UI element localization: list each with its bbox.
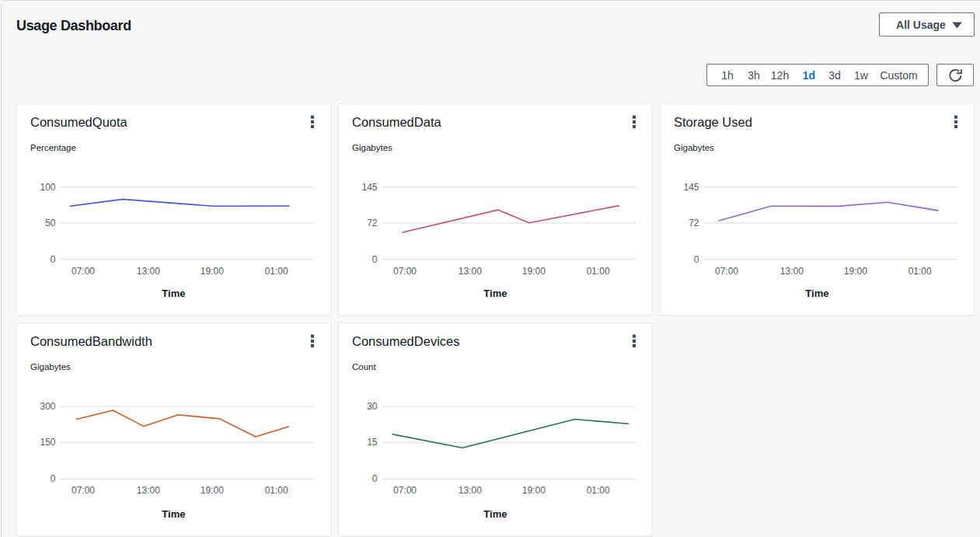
svg-text:13:00: 13:00 xyxy=(780,266,804,277)
svg-text:19:00: 19:00 xyxy=(201,485,224,496)
svg-text:Count: Count xyxy=(352,362,376,371)
svg-text:13:00: 13:00 xyxy=(459,266,482,277)
svg-text:0: 0 xyxy=(372,473,378,484)
svg-text:ConsumedQuota: ConsumedQuota xyxy=(30,115,128,129)
svg-text:ConsumedBandwidth: ConsumedBandwidth xyxy=(30,334,152,348)
svg-text:30: 30 xyxy=(367,401,378,412)
svg-text:07:00: 07:00 xyxy=(393,485,417,496)
svg-text:300: 300 xyxy=(40,401,55,412)
svg-text:Percentage: Percentage xyxy=(30,143,76,152)
svg-text:01:00: 01:00 xyxy=(587,266,610,277)
svg-text:Time: Time xyxy=(805,288,828,299)
svg-text:ConsumedData: ConsumedData xyxy=(352,115,441,129)
svg-text:19:00: 19:00 xyxy=(201,266,224,277)
svg-text:100: 100 xyxy=(40,182,55,193)
svg-text:07:00: 07:00 xyxy=(715,266,738,277)
svg-text:07:00: 07:00 xyxy=(71,266,95,277)
svg-text:13:00: 13:00 xyxy=(137,266,160,277)
svg-text:01:00: 01:00 xyxy=(587,485,610,496)
svg-text:0: 0 xyxy=(694,254,699,265)
svg-text:19:00: 19:00 xyxy=(844,266,867,277)
svg-text:72: 72 xyxy=(689,218,699,228)
svg-text:Time: Time xyxy=(162,288,185,299)
svg-text:145: 145 xyxy=(683,182,699,193)
svg-text:Gigabytes: Gigabytes xyxy=(352,143,392,152)
svg-text:Time: Time xyxy=(162,508,185,520)
svg-text:19:00: 19:00 xyxy=(522,485,546,496)
svg-text:01:00: 01:00 xyxy=(265,266,288,277)
svg-text:ConsumedDevices: ConsumedDevices xyxy=(352,334,459,348)
svg-text:01:00: 01:00 xyxy=(909,266,932,277)
svg-text:145: 145 xyxy=(361,182,377,193)
svg-text:13:00: 13:00 xyxy=(137,485,160,496)
svg-text:Gigabytes: Gigabytes xyxy=(30,362,71,371)
svg-text:150: 150 xyxy=(40,437,55,448)
svg-text:07:00: 07:00 xyxy=(71,485,95,496)
svg-text:15: 15 xyxy=(367,437,378,448)
svg-text:13:00: 13:00 xyxy=(459,485,482,496)
svg-text:0: 0 xyxy=(51,254,56,265)
svg-text:Storage Used: Storage Used xyxy=(674,115,752,129)
svg-text:Time: Time xyxy=(483,508,507,520)
svg-text:07:00: 07:00 xyxy=(393,266,417,277)
svg-text:19:00: 19:00 xyxy=(522,266,546,277)
svg-text:Gigabytes: Gigabytes xyxy=(674,143,714,152)
svg-text:Time: Time xyxy=(483,288,507,299)
svg-text:50: 50 xyxy=(45,218,56,228)
svg-text:0: 0 xyxy=(372,254,378,265)
svg-text:72: 72 xyxy=(367,218,378,228)
svg-text:0: 0 xyxy=(51,473,56,484)
svg-text:01:00: 01:00 xyxy=(265,485,288,496)
